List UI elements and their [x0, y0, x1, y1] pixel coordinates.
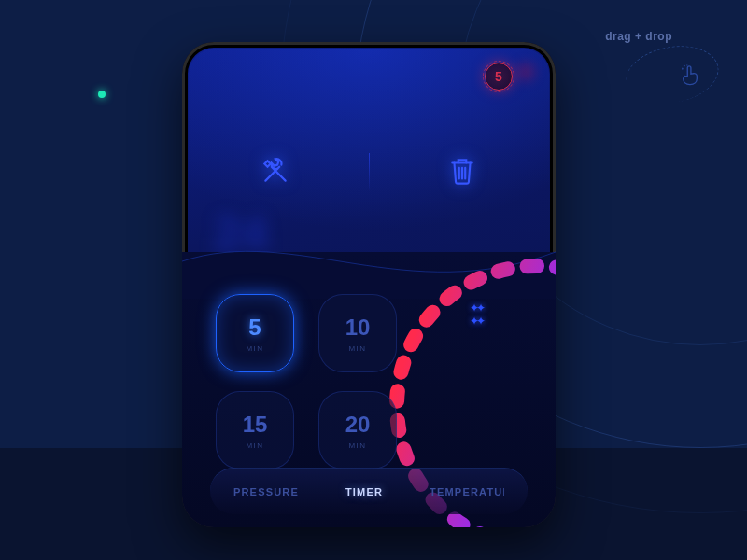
action-row: [182, 145, 556, 201]
countdown-badge[interactable]: 5: [485, 63, 513, 91]
add-icon[interactable]: ✦✦✦✦: [470, 301, 483, 328]
preset-value: 15: [243, 412, 268, 438]
badge-glow: [513, 59, 539, 85]
preset-value: 10: [345, 315, 371, 341]
preset-15[interactable]: 15 MIN: [216, 391, 294, 469]
preset-value: 20: [345, 412, 371, 438]
trash-icon: [448, 156, 476, 189]
tools-button[interactable]: [182, 155, 369, 190]
bottom-tabs: PRESSURE TIMER TEMPERATURE: [210, 468, 528, 514]
divider: [369, 153, 370, 192]
tab-temperature[interactable]: TEMPERATURE: [430, 486, 504, 497]
delete-button[interactable]: [370, 156, 557, 189]
indicator-dot: [98, 91, 106, 98]
drag-drop-hint: drag + drop: [605, 30, 672, 43]
preset-value: 5: [248, 315, 261, 341]
preset-unit: MIN: [348, 344, 366, 353]
preset-unit: MIN: [246, 441, 263, 450]
tab-pressure[interactable]: PRESSURE: [233, 486, 299, 497]
preset-unit: MIN: [246, 344, 263, 353]
wave-divider: [182, 224, 556, 299]
tools-icon: [260, 155, 291, 190]
device-frame: 5 24: [182, 42, 556, 527]
preset-unit: MIN: [348, 441, 366, 450]
pointer-icon: [680, 63, 700, 91]
preset-10[interactable]: 10 MIN: [318, 294, 397, 372]
preset-20[interactable]: 20 MIN: [318, 391, 397, 469]
tab-timer[interactable]: TIMER: [345, 486, 383, 497]
preset-5[interactable]: 5 MIN: [216, 294, 294, 372]
countdown-value: 5: [495, 69, 502, 84]
preset-grid: 5 MIN 10 MIN 15 MIN 20 MIN: [216, 294, 402, 469]
